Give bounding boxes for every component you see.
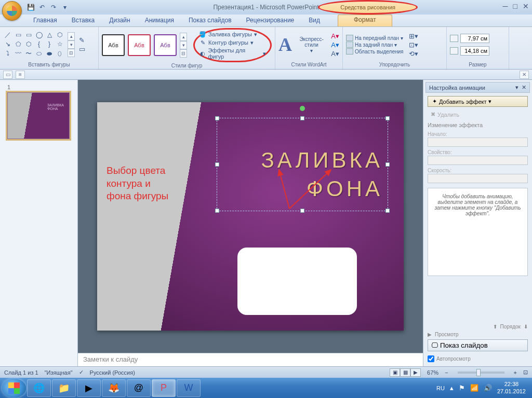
task-media[interactable]: ▶ [77,379,101,397]
task-powerpoint[interactable]: P [152,379,176,397]
resize-handle-tm[interactable] [300,116,304,120]
add-effect-button[interactable]: ✦Добавить эффект ▾ [428,96,528,107]
slide-canvas[interactable]: Выбор цвета контура и фона фигуры З [97,102,404,331]
shape-outline-button[interactable]: ✎Контур фигуры ▾ [199,39,266,46]
resize-handle-bl[interactable] [215,209,219,213]
task-explorer[interactable]: 📁 [52,379,76,397]
shape-style-gallery[interactable]: Абв Абв Абв [102,34,177,56]
autopreview-checkbox[interactable]: Автопросмотр [428,355,528,362]
spellcheck-icon[interactable]: ✓ [79,369,84,376]
styles-up-icon[interactable]: ▴ [180,33,187,41]
style-sample-2[interactable]: Абв [128,34,151,56]
shape-height-input[interactable] [460,34,489,43]
tab-animation[interactable]: Анимация [138,15,181,26]
start-label: Начало: [428,131,528,137]
undo-icon[interactable]: ↶ [37,3,47,12]
property-label: Свойство: [428,149,528,155]
panel-close-icon[interactable]: ✕ [520,71,529,79]
selection-pane-button[interactable]: Область выделения [346,48,404,54]
tab-slideshow[interactable]: Показ слайдов [181,15,239,26]
shape-effects-button[interactable]: ◐Эффекты для фигур ▾ [199,47,266,60]
preview-button[interactable]: Просмотр [435,332,459,337]
tray-show-hidden-icon[interactable]: ▴ [450,384,454,392]
task-mail[interactable]: @ [127,379,151,397]
redo-icon[interactable]: ↷ [49,3,58,12]
styles-more-icon[interactable]: ⊟ [180,49,187,58]
gallery-up-icon[interactable]: ▴ [68,32,75,40]
tab-insert[interactable]: Вставка [64,15,102,26]
normal-view-icon[interactable]: ▣ [390,368,400,377]
minimize-icon[interactable]: ─ [503,2,508,10]
zoom-slider[interactable] [458,372,504,374]
slideshow-button[interactable]: 🖵Показ слайдов [428,339,528,351]
styles-down-icon[interactable]: ▾ [180,41,187,49]
express-styles-button[interactable]: Экспресс-стили▾ [295,36,328,53]
office-button[interactable] [2,1,22,21]
tab-review[interactable]: Рецензирование [239,15,302,26]
style-sample-1[interactable]: Абв [102,34,125,56]
resize-handle-bm[interactable] [300,209,304,213]
tray-flag-icon[interactable]: ⚑ [459,384,465,392]
zoom-in-icon[interactable]: + [514,369,517,376]
gallery-down-icon[interactable]: ▾ [68,40,75,49]
group-icon[interactable]: ⊡▾ [409,41,418,49]
task-word[interactable]: W [177,379,201,397]
tray-clock[interactable]: 22:3827.01.2012 [497,381,526,394]
resize-handle-ml[interactable] [215,162,219,167]
resize-handle-mr[interactable] [385,162,390,167]
notes-pane[interactable]: Заметки к слайду [78,353,423,366]
text-box-icon[interactable]: ▭ [79,45,85,53]
slide-thumbnail-1[interactable]: ЗАЛИВКАФОНА [7,92,70,139]
change-effect-label: Изменение эффекта [428,122,528,128]
resize-handle-br[interactable] [385,209,390,213]
shape-fill-button[interactable]: 🪣Заливка фигуры ▾ [199,31,266,38]
tray-lang[interactable]: RU [436,385,445,391]
speed-select [428,174,528,183]
close-icon[interactable]: ✕ [523,2,529,10]
tab-design[interactable]: Дизайн [102,15,137,26]
edit-shape-icon[interactable]: ✎ [79,36,85,44]
resize-handle-tl[interactable] [215,116,219,120]
task-ie[interactable]: 🌐 [27,379,51,397]
star-icon: ✦ [432,98,437,105]
style-sample-3[interactable]: Абв [154,34,177,56]
gallery-more-icon[interactable]: ⊟ [68,49,75,57]
text-fill-icon[interactable]: A▾ [331,32,339,40]
zoom-out-icon[interactable]: − [445,369,448,376]
property-select [428,156,528,165]
maximize-icon[interactable]: □ [513,2,517,10]
task-firefox[interactable]: 🦊 [102,379,126,397]
resize-handle-tr[interactable] [385,116,390,120]
tray-network-icon[interactable]: 📶 [470,384,478,392]
text-outline-icon[interactable]: A▾ [331,41,339,49]
slideshow-view-icon[interactable]: ▶ [410,368,421,377]
language-label[interactable]: Русский (Россия) [90,369,135,376]
align-icon[interactable]: ⊞▾ [409,32,418,40]
play-icon[interactable]: ▶ [428,332,432,337]
zoom-value[interactable]: 67% [427,369,438,376]
shape-width-input[interactable] [460,46,489,56]
tray-volume-icon[interactable]: 🔊 [484,384,492,392]
text-effects-icon[interactable]: A▾ [331,50,339,58]
rotation-handle[interactable] [300,106,305,111]
rotate-icon[interactable]: ⟲▾ [409,50,418,58]
shape-gallery[interactable]: ／▭▭◯△⬡ ↘⬠⬡{}☆ ⤵〰〜⬭⬬⬯ [3,31,64,58]
slide-title-text[interactable]: ЗАЛИВКАФОНА [261,146,383,203]
pane-dropdown-icon[interactable]: ▾ [515,84,518,91]
tab-home[interactable]: Главная [26,15,64,26]
tab-format[interactable]: Формат [338,15,392,26]
sorter-view-icon[interactable]: ▦ [400,368,410,377]
send-back-button[interactable]: На задний план ▾ [346,42,404,48]
fit-slide-icon[interactable]: ⊡ [523,369,528,376]
tab-view[interactable]: Вид [301,15,327,26]
bring-front-button[interactable]: На передний план ▾ [346,35,404,41]
start-button[interactable] [2,379,26,397]
annotation-text: Выбор цвета контура и фона фигуры [107,164,168,203]
outline-tab-icon[interactable]: ≡ [16,71,25,79]
slides-tab-icon[interactable]: ▭ [3,71,12,79]
white-shape[interactable] [237,248,357,315]
save-icon[interactable]: 💾 [26,3,35,12]
pane-close-icon[interactable]: ✕ [522,84,526,91]
delete-effect-button: ✖Удалить [428,110,528,119]
qat-more-icon[interactable]: ▾ [60,3,70,12]
